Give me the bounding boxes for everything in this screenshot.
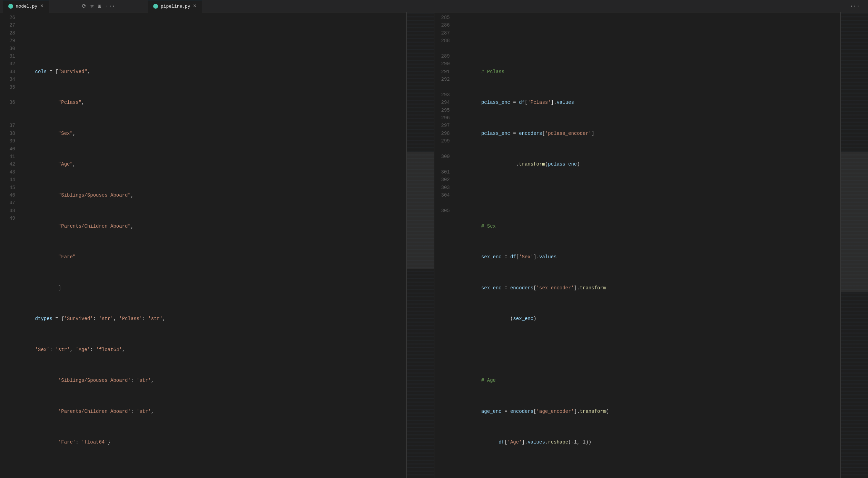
code-line: "Parents/Children Aboard", xyxy=(21,222,406,230)
code-line: pclass_enc = df['Pclass'].values xyxy=(455,99,840,106)
code-line: 'Siblings/Spouses Aboard': 'str', xyxy=(21,377,406,384)
tab-model-py[interactable]: model.py × xyxy=(3,0,49,12)
line-numbers-left: 26 27 28 29 30 31 32 33 34 35 36 37 38 xyxy=(0,12,21,478)
python-icon-left xyxy=(8,4,13,9)
code-line: # Age xyxy=(455,377,840,384)
tab-bar: model.py × ⟳ ⇄ ⊞ ··· pipeline.py × ··· xyxy=(0,0,868,12)
close-tab-left[interactable]: × xyxy=(40,3,43,9)
split-editor: 26 27 28 29 30 31 32 33 34 35 36 37 38 xyxy=(0,12,868,478)
more-options-right-icon[interactable]: ··· xyxy=(850,3,860,9)
minimap-left[interactable] xyxy=(406,12,434,478)
tab-pipeline-py[interactable]: pipeline.py × xyxy=(148,0,202,12)
code-line: ] xyxy=(21,284,406,292)
more-options-icon[interactable]: ··· xyxy=(105,3,115,9)
code-line: # Pclass xyxy=(455,68,840,76)
code-line: "Sex", xyxy=(21,130,406,137)
python-icon-right xyxy=(153,4,158,9)
editor-pane-left[interactable]: 26 27 28 29 30 31 32 33 34 35 36 37 38 xyxy=(0,12,434,478)
code-line: pclass_enc = encoders['pclass_encoder'] xyxy=(455,130,840,137)
code-line: age_enc = encoders['age_encoder'].transf… xyxy=(455,408,840,415)
close-tab-right[interactable]: × xyxy=(193,3,197,9)
tab-label-right: pipeline.py xyxy=(161,4,190,9)
minimap-right[interactable] xyxy=(840,12,868,478)
code-line: (sex_enc) xyxy=(455,315,840,322)
code-line xyxy=(455,469,840,477)
code-line xyxy=(455,37,840,44)
code-line: "Fare" xyxy=(21,253,406,261)
code-line xyxy=(21,37,406,44)
code-content-right[interactable]: # Pclass pclass_enc = df['Pclass'].value… xyxy=(455,12,840,478)
code-line: sex_enc = encoders['sex_encoder'].transf… xyxy=(455,284,840,292)
code-line: # Sex xyxy=(455,222,840,230)
toolbar-icons: ⟳ ⇄ ⊞ ··· xyxy=(82,3,115,10)
tab-label-left: model.py xyxy=(16,4,37,9)
code-line: .transform(pclass_enc) xyxy=(455,160,840,168)
split-editor-icon[interactable]: ⊞ xyxy=(98,3,101,10)
code-line: "Pclass", xyxy=(21,99,406,106)
code-line: "Siblings/Spouses Aboard", xyxy=(21,191,406,199)
code-line: 'Sex': 'str', 'Age': 'float64', xyxy=(21,346,406,353)
code-line xyxy=(455,346,840,353)
code-line: "Age", xyxy=(21,160,406,168)
code-line: 'Parents/Children Aboard': 'str', xyxy=(21,408,406,415)
code-line: sex_enc = df['Sex'].values xyxy=(455,253,840,261)
code-line: cols = ["Survived", xyxy=(21,68,406,76)
code-line: dtypes = {'Survived': 'str', 'Pclass': '… xyxy=(21,315,406,322)
git-compare-icon[interactable]: ⇄ xyxy=(90,3,94,10)
editor-container: model.py × ⟳ ⇄ ⊞ ··· pipeline.py × ··· xyxy=(0,0,868,478)
code-line xyxy=(21,469,406,477)
editor-pane-right[interactable]: 285 286 287 288 289 290 291 292 293 294 … xyxy=(434,12,868,478)
code-line: 'Fare': 'float64'} xyxy=(21,438,406,446)
source-control-icon[interactable]: ⟳ xyxy=(82,3,86,10)
code-content-left[interactable]: cols = ["Survived", "Pclass", "Sex", xyxy=(21,12,406,478)
line-numbers-right: 285 286 287 288 289 290 291 292 293 294 … xyxy=(434,12,455,478)
code-line: df['Age'].values.reshape(-1, 1)) xyxy=(455,438,840,446)
code-line xyxy=(455,191,840,199)
